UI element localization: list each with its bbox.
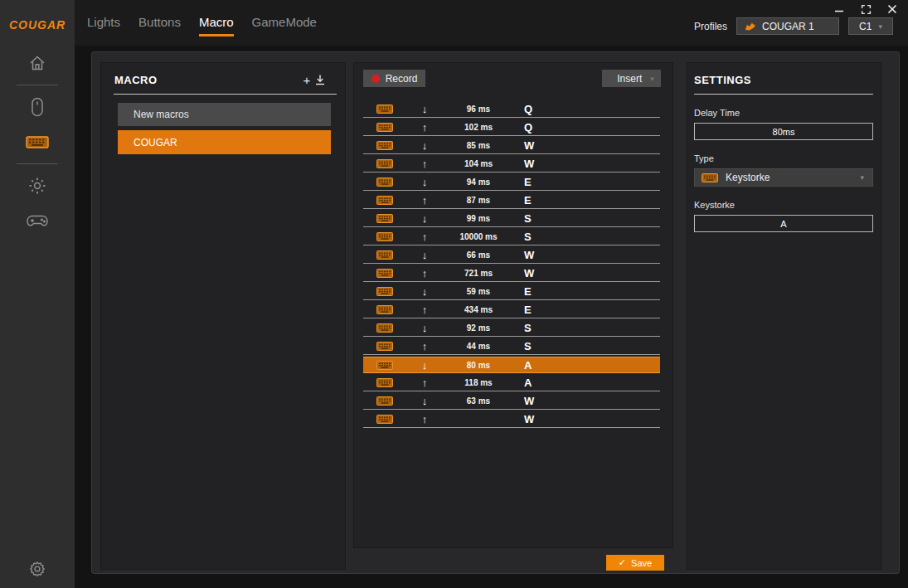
gamepad-icon [26, 212, 49, 229]
keyboard-icon [376, 396, 393, 406]
app-window: Lights Buttons Macro GameMode Profiles C… [0, 0, 908, 588]
event-delay-value: 104 ms [441, 159, 516, 168]
macro-event-row[interactable]: ↓ 66 ms W [363, 247, 660, 264]
profile-selector[interactable]: COUGAR 1 [736, 17, 839, 35]
event-key-value: S [524, 212, 532, 225]
macro-list-item[interactable]: COUGAR [118, 130, 331, 154]
macro-event-row[interactable]: ↓ 85 ms W [363, 138, 660, 154]
event-key-value: Q [524, 103, 532, 115]
event-delay-value: 59 ms [441, 287, 516, 296]
event-key-value: S [524, 340, 532, 352]
top-bar: Lights Buttons Macro GameMode Profiles C… [75, 0, 908, 46]
macro-panel-divider [114, 94, 337, 95]
event-key-value: E [524, 304, 532, 316]
chevron-down-icon: ▾ [650, 75, 654, 83]
key-direction-arrow-icon: ↑ [408, 231, 441, 243]
macro-event-row[interactable]: ↑ 44 ms S [363, 338, 660, 355]
macro-event-row[interactable]: ↓ 59 ms E [363, 284, 660, 300]
insert-button[interactable]: Insert ▾ [602, 70, 661, 87]
macro-event-row[interactable]: ↓ 63 ms W [363, 393, 660, 410]
delay-time-input[interactable]: 80ms [694, 123, 873, 140]
macro-event-row[interactable]: ↑ 87 ms E [363, 192, 660, 209]
macro-panel-title: MACRO [114, 74, 299, 86]
type-selected-value: Keystorke [726, 172, 860, 183]
keyboard-icon [376, 104, 393, 114]
key-direction-arrow-icon: ↓ [408, 322, 441, 334]
key-direction-arrow-icon: ↓ [408, 359, 441, 372]
key-direction-arrow-icon: ↓ [408, 285, 441, 298]
macro-list-item[interactable]: New macros [118, 103, 331, 126]
keyboard-icon [376, 177, 393, 187]
settings-panel: SETTINGS Delay Time 80ms Type [687, 62, 881, 570]
key-direction-arrow-icon: ↑ [408, 340, 441, 352]
profiles-label: Profiles [694, 21, 727, 32]
macro-event-row[interactable]: ↑ 104 ms W [363, 156, 660, 173]
macro-event-row[interactable]: ↑ W [363, 411, 660, 428]
keyboard-icon [376, 342, 393, 351]
nav-tab[interactable]: Lights [87, 15, 120, 36]
keystroke-input[interactable]: A [694, 215, 873, 232]
chevron-down-icon: ▾ [878, 22, 882, 31]
sidebar-divider [17, 85, 58, 85]
sidebar-item-keyboard[interactable] [0, 128, 75, 156]
key-direction-arrow-icon: ↓ [408, 139, 441, 152]
keystroke-label: Keystorke [694, 200, 873, 210]
event-delay-value: 10000 ms [441, 232, 516, 241]
add-macro-button[interactable]: + [299, 73, 315, 87]
maximize-button[interactable] [858, 2, 873, 16]
macro-event-row[interactable]: ↓ 80 ms A [363, 357, 660, 373]
sidebar-item-mouse[interactable] [0, 93, 75, 121]
key-direction-arrow-icon: ↓ [408, 176, 441, 188]
sidebar-item-home[interactable] [0, 49, 75, 77]
profile-short: C1 [859, 21, 872, 32]
sidebar-item-gamemode[interactable] [0, 207, 75, 235]
chevron-down-icon: ▾ [860, 173, 864, 182]
key-direction-arrow-icon: ↑ [408, 304, 441, 316]
sidebar-item-brightness[interactable] [0, 172, 75, 200]
event-delay-value: 94 ms [441, 177, 516, 187]
event-delay-value: 66 ms [441, 250, 516, 260]
macro-event-row[interactable]: ↑ 721 ms W [363, 265, 660, 282]
check-icon: ✓ [619, 557, 626, 568]
main-content: MACRO + New macros COUGAR [91, 51, 900, 574]
keyboard-icon [376, 378, 393, 387]
nav-tab[interactable]: Macro [199, 15, 234, 36]
macro-event-row[interactable]: ↓ 96 ms Q [363, 101, 660, 118]
macro-event-row[interactable]: ↑ 10000 ms S [363, 229, 660, 245]
nav-tab[interactable]: GameMode [252, 15, 317, 36]
save-button[interactable]: ✓ Save [606, 555, 664, 571]
macro-event-row[interactable]: ↑ 434 ms E [363, 302, 660, 318]
download-icon [315, 75, 325, 85]
close-button[interactable] [885, 2, 900, 16]
event-key-value: W [524, 413, 534, 425]
type-dropdown[interactable]: Keystorke ▾ [694, 168, 873, 187]
profile-short-selector[interactable]: C1 ▾ [848, 17, 893, 35]
key-direction-arrow-icon: ↓ [408, 249, 441, 261]
sidebar-item-settings[interactable] [0, 560, 75, 578]
settings-panel-title: SETTINGS [694, 74, 751, 86]
macro-event-row[interactable]: ↑ 118 ms A [363, 375, 660, 391]
keyboard-icon [376, 323, 393, 333]
macro-event-row[interactable]: ↑ 102 ms Q [363, 119, 660, 136]
import-macro-button[interactable] [315, 75, 332, 85]
key-direction-arrow-icon: ↓ [408, 103, 441, 115]
event-key-value: W [524, 139, 534, 152]
keyboard-icon [376, 250, 393, 260]
event-key-value: W [524, 158, 534, 170]
event-key-value: Q [524, 121, 532, 134]
macro-event-row[interactable]: ↓ 94 ms E [363, 174, 660, 191]
mouse-icon [28, 96, 46, 118]
event-delay-value: 99 ms [441, 214, 516, 223]
record-button[interactable]: Record [363, 70, 425, 87]
macro-event-row[interactable]: ↓ 92 ms S [363, 320, 660, 337]
minimize-button[interactable] [832, 2, 847, 16]
event-key-value: S [524, 322, 532, 334]
event-delay-value: 102 ms [441, 123, 516, 132]
keyboard-icon [376, 123, 393, 132]
keyboard-icon [376, 361, 393, 370]
event-delay-value: 87 ms [441, 196, 516, 205]
macro-event-row[interactable]: ↓ 99 ms S [363, 211, 660, 227]
event-key-value: W [524, 249, 534, 261]
keyboard-icon [376, 196, 393, 205]
nav-tab[interactable]: Buttons [138, 15, 181, 36]
